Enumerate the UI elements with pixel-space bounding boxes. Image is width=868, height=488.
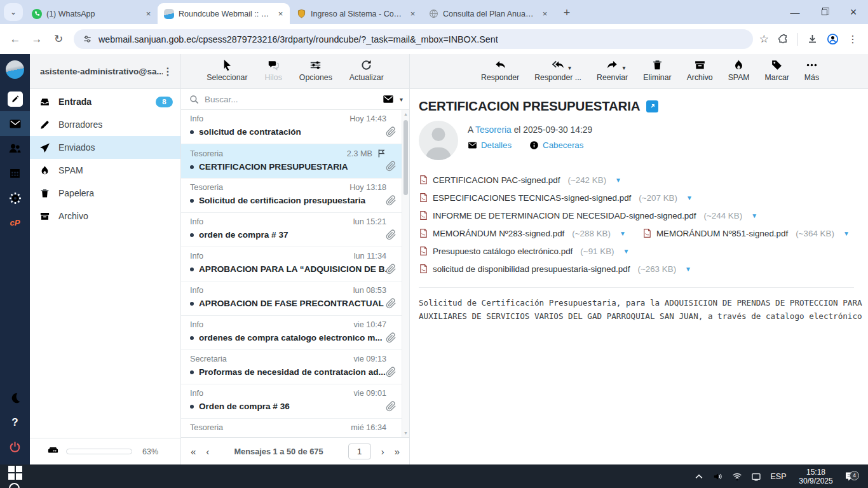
mail-toolbar-button[interactable]: SPAM	[728, 59, 750, 88]
contacts-nav-button[interactable]	[0, 136, 30, 161]
wifi-icon[interactable]	[728, 471, 747, 482]
clock[interactable]: 15:18 30/9/2025	[796, 468, 836, 485]
language-indicator[interactable]: ESP	[766, 472, 791, 481]
folder-item[interactable]: Papelera	[30, 182, 180, 205]
account-menu-icon[interactable]: ⋮	[163, 65, 173, 78]
taskbar-app-button[interactable]	[0, 481, 30, 488]
message-row[interactable]: Tesoreria mié 16:34	[181, 419, 402, 437]
search-scope-envelope-icon[interactable]	[383, 93, 394, 105]
bookmark-star-icon[interactable]: ☆	[759, 32, 769, 46]
mail-toolbar-button[interactable]: ▼ Responder ...	[534, 59, 581, 88]
new-tab-button[interactable]: +	[558, 4, 576, 22]
attachment-file[interactable]: ESPECIFICACIONES TECNICAS-signed-signed.…	[419, 193, 693, 203]
attachment-name[interactable]: ESPECIFICACIONES TECNICAS-signed-signed.…	[433, 193, 631, 203]
refresh-button[interactable]: Actualizar	[349, 59, 384, 88]
prev-page-icon[interactable]: ‹	[206, 446, 209, 457]
cast-screen-icon[interactable]	[747, 471, 766, 482]
forward-button[interactable]: →	[27, 29, 47, 50]
first-page-icon[interactable]: «	[191, 446, 196, 457]
attachment-file[interactable]: INFORME DE DETERMINACION DE NECESIDAD-si…	[419, 210, 757, 220]
list-scrollbar[interactable]: ▲ ▼	[402, 110, 409, 437]
message-row[interactable]: Info lun 11:34 APROBACION PARA LA “ADQUI…	[181, 247, 402, 281]
attachment-menu-caret-icon[interactable]: ▼	[620, 230, 626, 237]
window-minimize-button[interactable]: —	[780, 0, 810, 24]
details-link[interactable]: Detalles	[468, 140, 512, 150]
mail-nav-button[interactable]	[0, 111, 30, 136]
threads-button[interactable]: Hilos	[264, 59, 281, 88]
attachment-name[interactable]: CERTIFICACION PAC-signed.pdf	[433, 175, 560, 185]
taskbar-app-button[interactable]	[0, 464, 30, 481]
mail-toolbar-button[interactable]: Archivo	[687, 59, 713, 88]
message-row[interactable]: Tesoreria Hoy 13:18 Solicitud de certifi…	[181, 179, 402, 213]
attachment-name[interactable]: MEMORÁNDUM Nº283-signed.pdf	[433, 229, 564, 238]
attachment-menu-caret-icon[interactable]: ▼	[615, 177, 621, 184]
select-button[interactable]: Seleccionar	[207, 59, 247, 88]
logout-button[interactable]	[0, 435, 30, 459]
open-in-new-window-icon[interactable]	[646, 100, 658, 112]
address-bar[interactable]: webmail.sanjuan.gob.ec/cpsess2879723216/…	[74, 29, 753, 49]
mail-toolbar-button[interactable]: Más	[804, 59, 819, 88]
attachment-file[interactable]: Presupuesto catálogo electrónico.pdf (~9…	[419, 246, 629, 256]
browser-tab[interactable]: Consulta del Plan Anual de Con ×	[422, 3, 554, 24]
settings-nav-button[interactable]	[0, 186, 30, 210]
back-button[interactable]: ←	[5, 29, 25, 50]
window-restore-button[interactable]	[810, 0, 839, 24]
attachment-menu-caret-icon[interactable]: ▼	[843, 230, 850, 237]
message-row[interactable]: Info lun 15:21 orden de compra # 37	[181, 213, 402, 247]
tab-close-icon[interactable]: ×	[143, 8, 154, 19]
search-icon[interactable]	[189, 95, 199, 104]
attachment-file[interactable]: solicitud de disponibilidad presupuestar…	[419, 264, 691, 274]
message-row[interactable]: Tesoreria 2.3 MB CERTIFICACION PRESUPUES…	[181, 144, 402, 179]
profile-avatar-icon[interactable]	[827, 33, 839, 45]
attachment-name[interactable]: INFORME DE DETERMINACION DE NECESIDAD-si…	[433, 211, 696, 220]
scroll-down-icon[interactable]: ▼	[402, 431, 409, 435]
last-page-icon[interactable]: »	[395, 446, 400, 457]
message-row[interactable]: Info Hoy 14:43 solicitud de contratación	[181, 110, 402, 144]
headers-link[interactable]: Cabeceras	[529, 140, 583, 150]
attachment-menu-caret-icon[interactable]: ▼	[686, 194, 693, 201]
notification-center-icon[interactable]: 4	[841, 471, 860, 482]
message-row[interactable]: Info vie 09:01 Orden de compra # 36	[181, 384, 402, 419]
tab-close-icon[interactable]: ×	[407, 8, 418, 19]
attachment-menu-caret-icon[interactable]: ▼	[623, 248, 630, 255]
folder-item[interactable]: Borradores	[30, 113, 180, 136]
message-row[interactable]: Info lun 08:53 APROBACION DE FASE PRECON…	[181, 281, 402, 316]
attachment-name[interactable]: Presupuesto catálogo electrónico.pdf	[433, 247, 573, 256]
help-button[interactable]: ?	[0, 410, 30, 435]
attachment-name[interactable]: solicitud de disponibilidad presupuestar…	[433, 264, 630, 274]
attachment-file[interactable]: MEMORÁNDUM Nº851-signed.pdf (~364 KB) ▼	[642, 228, 850, 238]
attachment-menu-caret-icon[interactable]: ▼	[685, 266, 691, 273]
window-close-button[interactable]: ×	[839, 0, 868, 24]
browser-tab[interactable]: (1) WhatsApp ×	[25, 3, 158, 24]
mail-toolbar-button[interactable]: Responder	[481, 59, 519, 88]
dark-mode-button[interactable]	[0, 385, 30, 410]
next-page-icon[interactable]: ›	[381, 446, 384, 457]
search-input[interactable]	[205, 95, 377, 104]
calendar-nav-button[interactable]	[0, 161, 30, 186]
page-number-input[interactable]	[348, 444, 371, 459]
attachment-name[interactable]: MEMORÁNDUM Nº851-signed.pdf	[656, 229, 788, 238]
browser-menu-icon[interactable]: ⋮	[848, 33, 858, 45]
mail-toolbar-button[interactable]: Marcar	[765, 59, 789, 88]
volume-icon[interactable]	[709, 471, 728, 482]
options-button[interactable]: Opciones	[299, 59, 332, 88]
mail-toolbar-button[interactable]: ▼ Reenviar	[597, 59, 628, 88]
dropdown-caret-icon[interactable]: ▼	[567, 65, 572, 71]
site-settings-icon[interactable]	[83, 34, 92, 44]
mail-toolbar-button[interactable]: Eliminar	[643, 59, 671, 88]
folder-item[interactable]: Archivo	[30, 205, 180, 227]
attachment-file[interactable]: MEMORÁNDUM Nº283-signed.pdf (~288 KB) ▼	[419, 228, 626, 238]
reload-button[interactable]: ↻	[48, 29, 69, 50]
compose-button[interactable]	[0, 86, 30, 111]
tray-chevron-up-icon[interactable]	[689, 471, 709, 482]
recipient-link[interactable]: Tesoreria	[475, 125, 512, 135]
tab-search-button[interactable]: ⌄	[4, 3, 23, 21]
account-header[interactable]: asistente-administrativo@sa... ⋮	[30, 54, 180, 89]
cpanel-button[interactable]: cP	[0, 210, 30, 235]
dropdown-caret-icon[interactable]: ▼	[621, 65, 627, 71]
tab-close-icon[interactable]: ×	[275, 8, 286, 19]
search-scope-caret-icon[interactable]: ▾	[400, 96, 403, 103]
message-row[interactable]: Secretaria vie 09:13 Proformas de necesi…	[181, 350, 402, 384]
scroll-up-icon[interactable]: ▲	[402, 112, 409, 116]
browser-tab[interactable]: Ingreso al Sistema - Compras P ×	[290, 3, 422, 24]
